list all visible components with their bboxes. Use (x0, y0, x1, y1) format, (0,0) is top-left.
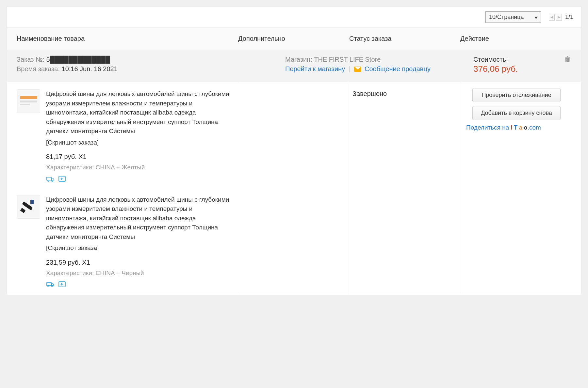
col-header-action: Действие (460, 35, 571, 42)
separator: | (349, 65, 351, 72)
item-badges (46, 176, 231, 182)
refund-icon (58, 281, 66, 287)
product-thumbnail[interactable] (17, 195, 40, 219)
item-note: [Скриншот заказа] (46, 243, 231, 253)
svg-point-5 (52, 180, 53, 181)
extra-column (238, 82, 349, 295)
col-header-extra: Дополнительно (238, 35, 349, 42)
pager: ◀ ▶ 1/1 (549, 14, 573, 21)
item-info: Цифровой шины для легковых автомобилей ш… (46, 89, 231, 182)
share-prefix: Поделиться на (466, 124, 511, 131)
svg-rect-0 (20, 96, 37, 99)
order-time-value: 10:16 Jun. 16 2021 (62, 65, 118, 72)
order-number-value: 5█████████████ (46, 56, 110, 63)
pager-prev-icon[interactable]: ◀ (549, 14, 555, 21)
pager-next-icon[interactable]: ▶ (556, 14, 562, 21)
refund-icon (58, 176, 66, 182)
svg-rect-2 (20, 104, 30, 105)
items-column: Цифровой шины для легковых автомобилей ш… (17, 82, 238, 295)
per-page-label: 10/Страница (489, 14, 524, 20)
store-meta: Магазин: THE FIRST LIFE Store Перейти к … (285, 56, 468, 73)
product-image-icon (19, 197, 38, 217)
item-spec: Характеристики: CHINA + Желтый (46, 163, 231, 172)
store-label: Магазин: (285, 56, 312, 63)
trash-icon[interactable]: 🗑 (564, 56, 571, 63)
item-title[interactable]: Цифровой шины для легковых автомобилей ш… (46, 195, 231, 242)
contact-seller-link[interactable]: Сообщение продавцу (365, 65, 431, 72)
svg-rect-7 (30, 200, 34, 204)
svg-point-12 (52, 286, 53, 287)
action-column: Проверить отслеживание Добавить в корзин… (460, 82, 571, 295)
list-item: Цифровой шины для легковых автомобилей ш… (17, 195, 231, 288)
item-badges (46, 281, 231, 287)
item-price: 231,59 руб. X1 (46, 257, 231, 267)
svg-rect-9 (20, 208, 25, 213)
itao-logo: iTao.com (511, 124, 541, 131)
svg-point-11 (48, 286, 49, 287)
envelope-icon (354, 67, 361, 72)
item-title[interactable]: Цифровой шины для легковых автомобилей ш… (46, 89, 231, 136)
status-column: Завершено (349, 82, 460, 295)
cost-value: 376,06 руб. (473, 64, 518, 74)
reorder-button[interactable]: Добавить в корзину снова (472, 106, 561, 120)
item-price: 81,17 руб. X1 (46, 152, 231, 162)
table-header: Наименование товара Дополнительно Статус… (7, 27, 581, 50)
track-button[interactable]: Проверить отслеживание (472, 88, 561, 102)
order-meta: Заказ №: 5█████████████ Время заказа: 10… (17, 56, 280, 75)
col-header-status: Статус заказа (349, 35, 460, 42)
order-cost: Стоимость: 376,06 руб. 🗑 (473, 56, 571, 74)
orders-panel: 10/Страница ◀ ▶ 1/1 Наименование товара … (7, 7, 581, 295)
store-name: THE FIRST LIFE Store (314, 56, 381, 63)
list-item: Цифровой шины для легковых автомобилей ш… (17, 89, 231, 182)
topbar: 10/Страница ◀ ▶ 1/1 (7, 7, 581, 27)
per-page-select[interactable]: 10/Страница (485, 11, 541, 23)
col-header-name: Наименование товара (17, 35, 238, 42)
order-body: Цифровой шины для легковых автомобилей ш… (7, 82, 581, 295)
order-number-label: Заказ №: (17, 56, 44, 63)
goto-store-link[interactable]: Перейти к магазину (285, 65, 345, 72)
svg-rect-1 (20, 101, 37, 102)
product-image-icon (19, 91, 38, 111)
order-summary-row: Заказ №: 5█████████████ Время заказа: 10… (7, 50, 581, 82)
share-line: Поделиться на iTao.com (462, 124, 571, 131)
share-link[interactable]: Поделиться на iTao.com (466, 124, 541, 131)
order-time-label: Время заказа: (17, 65, 60, 72)
truck-icon (46, 176, 55, 182)
svg-point-4 (48, 180, 49, 181)
pager-text: 1/1 (565, 14, 573, 21)
cost-label: Стоимость: (473, 56, 518, 63)
svg-rect-3 (47, 177, 51, 180)
product-thumbnail[interactable] (17, 89, 40, 113)
order-status: Завершено (352, 90, 457, 98)
item-spec: Характеристики: CHINA + Черный (46, 269, 231, 278)
item-info: Цифровой шины для легковых автомобилей ш… (46, 195, 231, 288)
svg-rect-10 (47, 283, 51, 286)
item-note: [Скриншот заказа] (46, 138, 231, 147)
truck-icon (46, 281, 55, 287)
